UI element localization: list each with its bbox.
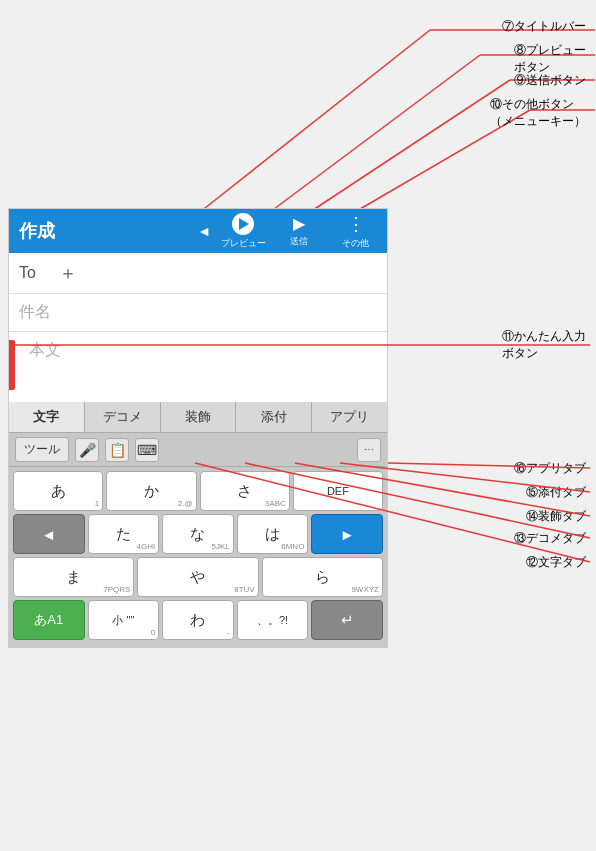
- diagram-area: ⑦タイトルバー ⑧プレビューボタン ⑨送信ボタン ⑩その他ボタン（メニューキー）: [0, 0, 596, 220]
- phone-ui: 作成 ◄ プレビュー ▶ 送信 ⋮ その他 To ＋ 件名 本文: [8, 208, 388, 648]
- tab-soushoku[interactable]: 装飾: [161, 402, 237, 432]
- preview-icon: [232, 213, 254, 235]
- key-def[interactable]: DEF: [293, 471, 383, 511]
- label-16: ⑯アプリタブ: [514, 460, 586, 477]
- svg-line-0: [200, 30, 430, 212]
- keyboard-icon[interactable]: ⌨: [135, 438, 159, 462]
- key-ya[interactable]: や 8TUV: [137, 557, 258, 597]
- label-10: ⑩その他ボタン（メニューキー）: [490, 96, 586, 130]
- add-recipient-icon[interactable]: ＋: [59, 261, 77, 285]
- mic-icon[interactable]: 🎤: [75, 438, 99, 462]
- key-ma[interactable]: ま 7PQRS: [13, 557, 134, 597]
- keyboard-tabs: 文字 デコメ 装飾 添付 アプリ: [9, 402, 387, 433]
- key-enter[interactable]: ↵: [311, 600, 383, 640]
- key-ta[interactable]: た 4GHI: [88, 514, 160, 554]
- other-button[interactable]: ⋮ その他: [327, 209, 383, 253]
- label-15: ⑮添付タブ: [526, 484, 586, 501]
- send-icon: ▶: [293, 214, 305, 233]
- title-bar: 作成 ◄ プレビュー ▶ 送信 ⋮ その他: [9, 209, 387, 253]
- label-11: ⑪かんたん入力ボタン: [502, 328, 586, 362]
- easy-input-button[interactable]: [9, 340, 15, 390]
- key-punct[interactable]: 、。?!: [237, 600, 309, 640]
- clipboard-icon[interactable]: 📋: [105, 438, 129, 462]
- key-left[interactable]: ◄: [13, 514, 85, 554]
- subject-field[interactable]: 件名: [9, 294, 387, 332]
- send-button[interactable]: ▶ 送信: [271, 209, 327, 253]
- key-sa[interactable]: さ 3ABC: [200, 471, 290, 511]
- to-field[interactable]: To ＋: [9, 253, 387, 294]
- body-placeholder: 本文: [29, 341, 61, 358]
- key-az[interactable]: あA1: [13, 600, 85, 640]
- title-bar-arrow: ◄: [197, 223, 211, 239]
- label-9: ⑨送信ボタン: [514, 72, 586, 89]
- preview-button[interactable]: プレビュー: [215, 209, 271, 253]
- tab-moji[interactable]: 文字: [9, 402, 85, 432]
- title-bar-title: 作成: [13, 219, 197, 243]
- play-triangle-icon: [239, 218, 249, 230]
- kb-row-2: ◄ た 4GHI な 5JKL は 6MNO ►: [13, 514, 383, 554]
- keyboard: あ 1 か 2.@ さ 3ABC DEF ◄ た 4GHI な: [9, 467, 387, 647]
- label-7: ⑦タイトルバー: [502, 18, 586, 35]
- kb-row-4: あA1 小 "" 0 わ - 、。?! ↵: [13, 600, 383, 640]
- email-form: To ＋ 件名 本文: [9, 253, 387, 402]
- label-14: ⑭装飾タブ: [526, 508, 586, 525]
- svg-line-2: [310, 80, 510, 212]
- label-12: ⑫文字タブ: [526, 554, 586, 571]
- body-area[interactable]: 本文: [9, 332, 387, 402]
- label-8: ⑧プレビューボタン: [514, 42, 586, 76]
- label-13: ⑬デコメタブ: [514, 530, 586, 547]
- subject-placeholder: 件名: [19, 303, 51, 320]
- kb-row-1: あ 1 か 2.@ さ 3ABC DEF: [13, 471, 383, 511]
- key-na[interactable]: な 5JKL: [162, 514, 234, 554]
- menu-icon: ⋮: [347, 213, 364, 235]
- key-a[interactable]: あ 1: [13, 471, 103, 511]
- send-label: 送信: [290, 235, 308, 248]
- tool-button[interactable]: ツール: [15, 437, 69, 462]
- settings-icon[interactable]: ⋯: [357, 438, 381, 462]
- key-wa[interactable]: わ -: [162, 600, 234, 640]
- other-label: その他: [342, 237, 369, 250]
- key-right[interactable]: ►: [311, 514, 383, 554]
- preview-label: プレビュー: [221, 237, 266, 250]
- kb-row-3: ま 7PQRS や 8TUV ら 9WXYZ: [13, 557, 383, 597]
- keyboard-toolbar: ツール 🎤 📋 ⌨ ⋯: [9, 433, 387, 467]
- key-ra[interactable]: ら 9WXYZ: [262, 557, 383, 597]
- tab-appri[interactable]: アプリ: [312, 402, 387, 432]
- tab-tenpu[interactable]: 添付: [236, 402, 312, 432]
- to-label: To: [19, 264, 55, 282]
- key-ko[interactable]: 小 "" 0: [88, 600, 160, 640]
- svg-line-1: [270, 55, 480, 212]
- key-ha[interactable]: は 6MNO: [237, 514, 309, 554]
- key-ka[interactable]: か 2.@: [106, 471, 196, 511]
- tab-decome[interactable]: デコメ: [85, 402, 161, 432]
